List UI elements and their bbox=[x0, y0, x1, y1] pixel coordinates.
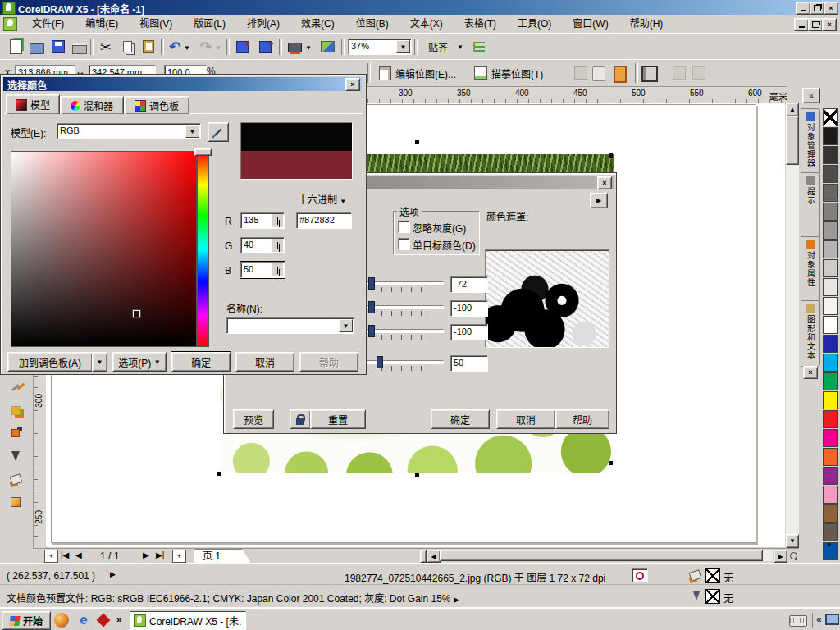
redo-dropdown-arrow[interactable]: ▼ bbox=[215, 44, 221, 52]
import-icon[interactable]: ➜ bbox=[233, 38, 251, 56]
copy-icon[interactable] bbox=[118, 38, 136, 56]
mask-slider-thumb[interactable] bbox=[377, 356, 383, 368]
menu-item[interactable]: 视图(V) bbox=[129, 15, 183, 33]
trace-bitmap-button[interactable]: 描摹位图(T) bbox=[469, 63, 548, 83]
mdi-close-button[interactable]: × bbox=[822, 18, 837, 31]
palette-color-swatch[interactable] bbox=[823, 391, 838, 409]
color-field[interactable] bbox=[11, 151, 197, 347]
menu-item[interactable]: 文件(F) bbox=[21, 15, 75, 33]
mask-slider-value-field[interactable]: 50 bbox=[450, 355, 488, 372]
welcome-screen-icon[interactable] bbox=[318, 38, 336, 56]
palette-color-swatch[interactable] bbox=[823, 146, 838, 164]
docker-close-icon[interactable]: × bbox=[803, 366, 818, 379]
name-combobox[interactable]: ▼ bbox=[226, 317, 354, 334]
mdi-minimize-button[interactable] bbox=[794, 18, 809, 31]
palette-color-swatch[interactable] bbox=[823, 335, 838, 353]
zoom-navigator-icon[interactable] bbox=[788, 550, 800, 561]
palette-color-swatch[interactable] bbox=[823, 259, 838, 277]
channel-r-field[interactable]: 135 bbox=[240, 212, 285, 229]
model-dropdown-arrow[interactable]: ▼ bbox=[185, 125, 199, 138]
restore-button[interactable] bbox=[810, 2, 824, 15]
color-cancel-button[interactable]: 取消 bbox=[235, 352, 294, 372]
document-palette-icon[interactable] bbox=[632, 568, 648, 582]
add-to-palette-button[interactable]: 加到调色板(A) bbox=[7, 352, 93, 372]
menu-item[interactable]: 工具(O) bbox=[507, 15, 562, 33]
palette-scroll-down-icon[interactable]: ▼ bbox=[826, 541, 833, 549]
menu-item[interactable]: 帮助(H) bbox=[619, 15, 674, 33]
palette-color-swatch[interactable] bbox=[823, 354, 838, 372]
save-icon[interactable] bbox=[49, 38, 67, 56]
name-dropdown-arrow[interactable]: ▼ bbox=[339, 319, 353, 332]
crop-tool-icon[interactable] bbox=[7, 378, 25, 396]
mask-slider-value-field[interactable]: -100 bbox=[450, 324, 488, 340]
docker-tab[interactable]: 对象管理器 bbox=[801, 108, 820, 175]
color-field-marker[interactable] bbox=[133, 310, 140, 317]
color-options-button[interactable]: 选项(P) ▼ bbox=[112, 352, 167, 372]
reset-button[interactable]: 重置 bbox=[310, 409, 366, 429]
edit-bitmap-button[interactable]: 编辑位图(E)... bbox=[374, 63, 461, 83]
menu-item[interactable]: 编辑(E) bbox=[75, 15, 129, 33]
palette-color-swatch[interactable] bbox=[823, 448, 838, 466]
palette-color-swatch[interactable] bbox=[823, 221, 838, 240]
new-document-icon[interactable] bbox=[7, 38, 25, 56]
title-bar[interactable]: CorelDRAW X5 - [未命名 -1] × bbox=[0, 0, 840, 15]
palette-color-swatch[interactable] bbox=[823, 467, 838, 485]
mask-slider-thumb[interactable] bbox=[368, 277, 375, 290]
mask-ok-button[interactable]: 确定 bbox=[431, 409, 490, 429]
snap-to-button[interactable]: 贴齐 bbox=[421, 39, 455, 55]
channel-g-field[interactable]: 40 bbox=[240, 237, 285, 253]
add-page-icon[interactable]: + bbox=[44, 550, 58, 563]
fill-tool-icon[interactable] bbox=[7, 470, 25, 488]
docker-tab[interactable]: 提示 bbox=[801, 172, 820, 239]
r-spinner[interactable] bbox=[272, 214, 283, 227]
palette-color-swatch[interactable] bbox=[823, 127, 838, 145]
selection-handle[interactable] bbox=[217, 472, 221, 476]
scroll-down-arrow[interactable]: ▼ bbox=[786, 534, 799, 548]
media-player-quicklaunch-icon[interactable] bbox=[54, 613, 69, 628]
palette-color-swatch[interactable] bbox=[823, 486, 838, 504]
palette-color-swatch[interactable] bbox=[823, 240, 838, 258]
vertical-scrollbar[interactable]: ▲ ▼ bbox=[786, 103, 799, 548]
redo-icon[interactable]: ↷ bbox=[197, 38, 215, 56]
collapse-dockers-icon[interactable]: « bbox=[802, 88, 820, 103]
horizontal-scroll-thumb[interactable] bbox=[440, 550, 763, 561]
palette-color-swatch[interactable] bbox=[823, 429, 838, 447]
outline-pen-tool-icon[interactable] bbox=[7, 447, 25, 465]
add-page-icon[interactable]: + bbox=[172, 550, 186, 563]
interactive-fill-tool-icon[interactable] bbox=[7, 493, 25, 511]
lock-preview-button[interactable] bbox=[290, 409, 311, 429]
menu-item[interactable]: 窗口(W) bbox=[562, 15, 619, 33]
palette-color-swatch[interactable] bbox=[823, 203, 838, 221]
scroll-up-arrow[interactable]: ▲ bbox=[786, 103, 799, 116]
application-launcher-icon[interactable] bbox=[285, 38, 304, 56]
mdi-restore-button[interactable] bbox=[808, 18, 823, 31]
zoom-dropdown-arrow[interactable]: ▼ bbox=[396, 40, 410, 53]
taskbar-task-button[interactable]: CorelDRAW X5 - [未... bbox=[130, 611, 246, 630]
selection-handle[interactable] bbox=[609, 461, 613, 465]
palette-color-swatch[interactable] bbox=[823, 372, 838, 390]
page-tab[interactable]: 页 1 bbox=[194, 549, 251, 563]
coords-expand-icon[interactable]: ▶ bbox=[110, 570, 116, 578]
palette-color-swatch[interactable] bbox=[823, 184, 838, 202]
tray-keyboard-icon[interactable] bbox=[789, 615, 807, 627]
undo-dropdown-arrow[interactable]: ▼ bbox=[184, 44, 190, 52]
selection-handle[interactable] bbox=[415, 473, 419, 477]
palette-color-swatch[interactable] bbox=[823, 316, 838, 334]
menu-item[interactable]: 位图(B) bbox=[345, 15, 399, 33]
first-page-icon[interactable]: |◀ bbox=[61, 550, 69, 559]
palette-color-swatch[interactable] bbox=[823, 523, 838, 541]
scroll-right-arrow[interactable]: ▶ bbox=[774, 550, 788, 563]
mask-slider-value-field[interactable]: -100 bbox=[450, 300, 488, 317]
next-page-icon[interactable]: ▶ bbox=[143, 550, 149, 559]
hue-slider[interactable] bbox=[197, 151, 209, 347]
palette-color-swatch[interactable] bbox=[823, 504, 838, 523]
cut-icon[interactable]: ✂ bbox=[97, 38, 115, 56]
palette-color-swatch[interactable] bbox=[823, 410, 838, 428]
eyedropper-tool-icon[interactable] bbox=[7, 424, 25, 442]
palette-color-swatch[interactable] bbox=[823, 165, 838, 183]
tab-palettes[interactable]: 调色板 bbox=[124, 96, 189, 114]
palette-color-swatch[interactable] bbox=[823, 297, 838, 315]
quicklaunch-overflow-chevron[interactable]: » bbox=[116, 614, 122, 625]
selection-handle[interactable] bbox=[609, 153, 613, 158]
menu-item[interactable]: 表格(T) bbox=[454, 15, 507, 33]
